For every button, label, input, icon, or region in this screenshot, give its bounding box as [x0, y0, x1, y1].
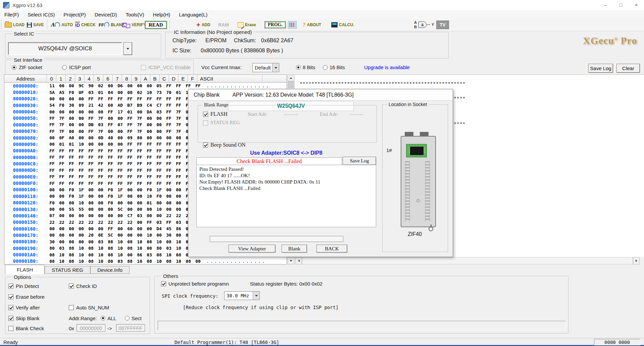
verify-button[interactable]: VERIFY [122, 20, 146, 30]
hex-byte[interactable]: 03 [154, 109, 164, 114]
hex-byte[interactable]: FF [96, 96, 106, 101]
hex-byte[interactable]: 10 [174, 259, 184, 264]
hex-byte[interactable]: 10 [115, 239, 125, 244]
hex-byte[interactable]: 00 [115, 213, 125, 218]
hex-byte[interactable]: 00 [135, 233, 145, 238]
hex-byte[interactable]: FF [164, 83, 174, 88]
hex-byte[interactable]: 10 [57, 259, 67, 264]
hex-byte[interactable]: 00 [47, 96, 57, 101]
hex-byte[interactable]: F0 [67, 90, 77, 95]
hex-byte[interactable]: 00 [145, 226, 154, 231]
hex-byte[interactable]: FF [164, 174, 174, 179]
hex-byte[interactable]: 1F [115, 194, 125, 199]
hex-byte[interactable]: 00 [115, 129, 125, 134]
hex-byte[interactable]: 7F [174, 116, 184, 121]
hex-byte[interactable]: 03 [86, 90, 96, 95]
hex-byte[interactable]: 00 [77, 109, 86, 114]
menu-item[interactable]: Device(D) [90, 12, 121, 17]
clear-button[interactable]: Clear [616, 64, 640, 73]
hex-byte[interactable]: F0 [154, 194, 164, 199]
hex-byte[interactable]: B9 [135, 103, 145, 108]
hex-byte[interactable]: FF [67, 174, 77, 179]
hex-byte[interactable]: 10 [174, 239, 184, 244]
hex-byte[interactable]: 00 [174, 187, 184, 192]
hex-byte[interactable]: FF [47, 174, 57, 179]
hex-byte[interactable]: 00 [86, 207, 96, 212]
hex-byte[interactable]: FF [135, 96, 145, 101]
hex-byte[interactable]: 01 [67, 142, 77, 147]
hex-byte[interactable]: FF [145, 142, 154, 147]
hex-byte[interactable]: 00 [47, 109, 57, 114]
menu-item[interactable]: Language(L) [175, 12, 212, 17]
hex-byte[interactable]: 55 [77, 207, 86, 212]
hex-byte[interactable]: FF [106, 96, 115, 101]
hex-byte[interactable]: 88 [125, 259, 135, 264]
hex-byte[interactable]: 08 [86, 252, 96, 257]
hex-byte[interactable]: FF [57, 181, 67, 186]
hex-byte[interactable]: FF [115, 181, 125, 186]
hex-byte[interactable]: 00 [96, 194, 106, 199]
8-bits-radio[interactable] [296, 65, 301, 70]
maximize-button[interactable]: □ [613, 0, 629, 10]
hex-byte[interactable]: FF [47, 181, 57, 186]
icsp-port-radio[interactable] [62, 65, 67, 70]
hex-byte[interactable]: FF [145, 161, 154, 166]
hex-byte[interactable]: 5A [47, 90, 57, 95]
selected-ic-value[interactable]: W25Q64JV @SOIC8 [8, 42, 122, 55]
hex-byte[interactable]: 00 [67, 200, 77, 205]
hex-byte[interactable]: 00 [135, 194, 145, 199]
hex-byte[interactable]: 00 [77, 239, 86, 244]
hex-byte[interactable]: 09 [77, 103, 86, 108]
hex-byte[interactable]: 00 [57, 83, 67, 88]
hex-byte[interactable]: DB [86, 122, 96, 127]
hex-byte[interactable]: 00 [96, 187, 106, 192]
hex-byte[interactable]: 03 [57, 246, 67, 251]
hex-byte[interactable]: FF [47, 168, 57, 173]
hex-byte[interactable]: 08 [164, 259, 174, 264]
save-button[interactable]: SAVE [27, 20, 44, 30]
about-button[interactable]: ? ABOUT [303, 20, 321, 30]
hex-byte[interactable]: D6 [115, 83, 125, 88]
hex-byte[interactable]: 00 [57, 213, 67, 218]
hex-byte[interactable]: 00 [154, 135, 164, 140]
view-adapter-button[interactable]: View Adapter [229, 245, 276, 253]
hex-byte[interactable]: 40 [106, 135, 115, 140]
hex-byte[interactable]: FF [164, 168, 174, 173]
log-scroll-left-button[interactable] [295, 257, 302, 264]
hex-byte[interactable]: 10 [96, 259, 106, 264]
ic-test-button[interactable] [288, 20, 297, 30]
addr-to-input[interactable]: 007FFFFF [116, 324, 145, 332]
hex-byte[interactable]: 10 [145, 90, 154, 95]
hex-byte[interactable]: 80 [154, 246, 164, 251]
hex-byte[interactable]: 90 [86, 83, 96, 88]
hex-byte[interactable]: FF [125, 116, 135, 121]
hex-byte[interactable]: FF [145, 96, 154, 101]
hex-byte[interactable]: 00 [154, 233, 164, 238]
hex-byte[interactable]: 00 [106, 207, 115, 212]
hex-byte[interactable]: FF [154, 155, 164, 160]
hex-byte[interactable]: 00 [125, 83, 135, 88]
hex-byte[interactable]: 07 [47, 213, 57, 218]
hex-byte[interactable]: 10 [164, 252, 174, 257]
menu-item[interactable]: File(F) [0, 12, 23, 17]
hex-byte[interactable]: 7F [174, 129, 184, 134]
hex-byte[interactable]: 04 [106, 90, 115, 95]
hex-byte[interactable]: FF [174, 174, 184, 179]
hex-byte[interactable]: 5C [115, 207, 125, 212]
menu-item[interactable]: Project(P) [59, 12, 90, 17]
hex-byte[interactable]: 00 [57, 207, 67, 212]
dialog-save-log-button[interactable]: Save Log [343, 157, 376, 165]
hex-byte[interactable]: 05 [154, 83, 164, 88]
hex-byte[interactable]: 00 [135, 207, 145, 212]
addr-sect-radio[interactable] [125, 316, 130, 320]
hex-byte[interactable]: 00 [86, 226, 96, 231]
prog-button[interactable]: PROG. [264, 20, 286, 30]
hex-byte[interactable]: FF [174, 161, 184, 166]
hex-byte[interactable]: FF [86, 148, 96, 153]
hex-byte[interactable]: 01 [125, 109, 135, 114]
minimize-button[interactable]: – [598, 0, 613, 10]
hex-byte[interactable]: FF [106, 174, 115, 179]
hex-byte[interactable]: F0 [47, 200, 57, 205]
hex-byte[interactable]: F0 [67, 194, 77, 199]
16-bits-radio[interactable] [323, 65, 328, 70]
